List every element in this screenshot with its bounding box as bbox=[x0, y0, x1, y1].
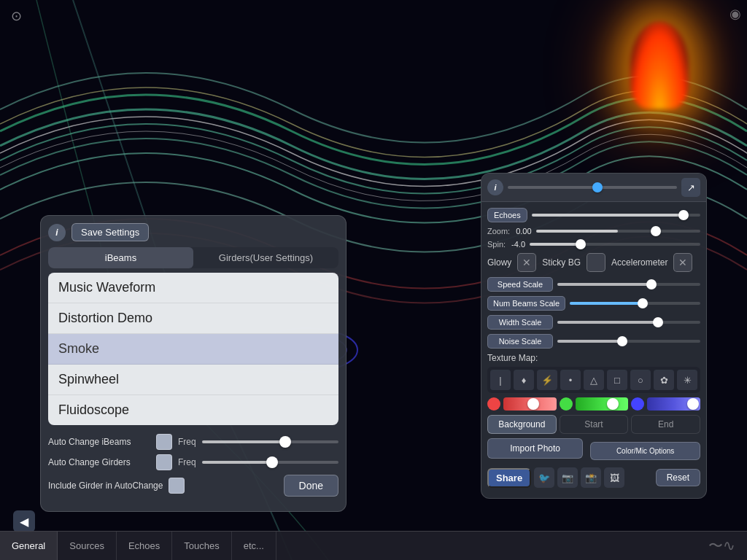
auto-change-girders-label: Auto Change Girders bbox=[48, 457, 150, 467]
color-dot-red bbox=[487, 397, 500, 411]
background-button[interactable]: Background bbox=[487, 415, 557, 434]
tex-icon-diamond[interactable]: ♦ bbox=[514, 370, 534, 390]
freq-label-ibeams: Freq bbox=[178, 437, 196, 447]
include-girder-row: Include Girder in AutoChange Done bbox=[48, 475, 338, 497]
bottom-controls: Auto Change iBeams Freq Auto Change Gird… bbox=[48, 431, 338, 504]
zoom-label: Zoom: bbox=[487, 227, 510, 236]
speed-scale-slider[interactable] bbox=[557, 283, 700, 286]
tex-icon-flower[interactable]: ✿ bbox=[654, 370, 674, 390]
num-beams-scale-slider[interactable] bbox=[570, 302, 700, 305]
zoom-row: Zoom: 0.00 bbox=[487, 227, 700, 236]
speed-scale-button[interactable]: Speed Scale bbox=[487, 277, 553, 292]
share-button[interactable]: Share bbox=[487, 468, 531, 488]
bottom-tab-bar: General Sources Echoes Touches etc... 〜∿ bbox=[0, 531, 747, 560]
texture-map-label: Texture Map: bbox=[487, 353, 700, 363]
noise-scale-button[interactable]: Noise Scale bbox=[487, 334, 553, 349]
tab-echoes[interactable]: Echoes bbox=[117, 532, 172, 560]
toggles-row: Glowy ✕ Sticky BG Accelerometer ✕ bbox=[487, 253, 700, 272]
reset-button[interactable]: Reset bbox=[656, 469, 700, 486]
spin-value: -4.0 bbox=[511, 240, 525, 249]
tex-icon-bar[interactable]: | bbox=[490, 370, 511, 390]
list-item-music-waveform[interactable]: Music Waveform bbox=[48, 273, 338, 303]
gallery-icon[interactable]: 🖼 bbox=[604, 467, 624, 488]
num-beams-scale-button[interactable]: Num Beams Scale bbox=[487, 296, 565, 311]
num-beams-scale-row: Num Beams Scale bbox=[487, 296, 700, 311]
speed-scale-row: Speed Scale bbox=[487, 277, 700, 292]
list-item-spinwheel[interactable]: Spinwheel bbox=[48, 365, 338, 395]
list-item-smoke[interactable]: Smoke bbox=[48, 334, 338, 365]
tab-ibeams[interactable]: iBeams bbox=[48, 247, 193, 268]
color-dot-blue bbox=[631, 397, 644, 411]
color-dot-green bbox=[560, 397, 573, 411]
spin-slider[interactable] bbox=[530, 243, 700, 246]
right-panel-body: Echoes Zoom: 0.00 Spin: -4.0 bbox=[481, 202, 706, 498]
right-panel-info-btn[interactable]: i bbox=[487, 179, 503, 195]
save-settings-button[interactable]: Save Settings bbox=[71, 223, 149, 241]
tex-icon-triangle[interactable]: △ bbox=[584, 370, 604, 390]
bg-start-end-row: Background Start End bbox=[487, 415, 700, 434]
glowy-toggle[interactable]: ✕ bbox=[517, 253, 536, 272]
top-left-icon: ⊙ bbox=[6, 6, 26, 26]
left-panel-header: i Save Settings bbox=[48, 223, 338, 241]
list-item-fluidoscope[interactable]: Fluidoscope bbox=[48, 395, 338, 425]
include-girder-label: Include Girder in AutoChange bbox=[48, 481, 163, 491]
echoes-button[interactable]: Echoes bbox=[487, 208, 527, 222]
flame-effect bbox=[630, 22, 689, 109]
camera-icon[interactable]: 📸 bbox=[581, 467, 601, 488]
color-bar-red[interactable] bbox=[503, 397, 557, 411]
auto-change-girders-row: Auto Change Girders Freq bbox=[48, 454, 338, 470]
tab-girders[interactable]: Girders(User Settings) bbox=[193, 247, 338, 268]
tab-touches[interactable]: Touches bbox=[172, 532, 231, 560]
tex-icon-star[interactable]: ✳ bbox=[677, 370, 697, 390]
color-bar-blue[interactable] bbox=[647, 397, 700, 411]
tex-icon-circle[interactable]: ○ bbox=[630, 370, 651, 390]
end-button[interactable]: End bbox=[631, 415, 700, 434]
auto-change-ibeams-label: Auto Change iBeams bbox=[48, 437, 150, 447]
echoes-row: Echoes bbox=[487, 208, 700, 222]
freq-label-girders: Freq bbox=[178, 457, 196, 467]
twitter-icon[interactable]: 🐦 bbox=[534, 467, 554, 488]
glowy-label: Glowy bbox=[487, 257, 511, 268]
zoom-value: 0.00 bbox=[516, 227, 531, 236]
width-scale-button[interactable]: Width Scale bbox=[487, 315, 553, 330]
preset-list: Music Waveform Distortion Demo Smoke Spi… bbox=[48, 273, 338, 425]
header-slider[interactable] bbox=[508, 186, 677, 189]
waveform-icon: 〜∿ bbox=[708, 536, 747, 556]
color-bar-green[interactable] bbox=[576, 397, 629, 411]
ibeams-freq-slider[interactable] bbox=[202, 440, 338, 443]
left-panel-tab-bar: iBeams Girders(User Settings) bbox=[48, 247, 338, 268]
expand-button[interactable]: ↗ bbox=[681, 178, 700, 197]
tab-sources[interactable]: Sources bbox=[58, 532, 117, 560]
sticky-bg-toggle[interactable] bbox=[587, 253, 605, 272]
zoom-slider[interactable] bbox=[536, 230, 700, 233]
width-scale-row: Width Scale bbox=[487, 315, 700, 330]
tex-icon-square[interactable]: □ bbox=[607, 370, 627, 390]
include-girder-checkbox[interactable] bbox=[169, 478, 185, 494]
noise-scale-row: Noise Scale bbox=[487, 334, 700, 349]
auto-change-ibeams-row: Auto Change iBeams Freq bbox=[48, 434, 338, 450]
top-right-icon: ◉ bbox=[729, 6, 741, 22]
left-arrow-button[interactable]: ◀ bbox=[13, 510, 35, 532]
list-item-distortion-demo[interactable]: Distortion Demo bbox=[48, 303, 338, 334]
accelerometer-toggle[interactable]: ✕ bbox=[673, 253, 692, 272]
echoes-slider[interactable] bbox=[532, 214, 700, 217]
tex-icon-dot[interactable]: • bbox=[560, 370, 581, 390]
done-button[interactable]: Done bbox=[284, 475, 338, 497]
start-button[interactable]: Start bbox=[560, 415, 629, 434]
right-panel: i ↗ Echoes Zoom: 0.00 Spin: -4. bbox=[481, 173, 707, 499]
share-row: Share 🐦 📷 📸 🖼 Reset bbox=[487, 467, 700, 488]
tab-general[interactable]: General bbox=[0, 532, 58, 560]
auto-change-girders-checkbox[interactable] bbox=[156, 454, 172, 470]
width-scale-slider[interactable] bbox=[557, 321, 700, 324]
left-panel-info-btn[interactable]: i bbox=[48, 224, 66, 241]
auto-change-ibeams-checkbox[interactable] bbox=[156, 434, 172, 450]
spin-row: Spin: -4.0 bbox=[487, 240, 700, 249]
flickr-icon[interactable]: 📷 bbox=[557, 467, 578, 488]
girders-freq-slider[interactable] bbox=[202, 461, 338, 464]
right-panel-header: i ↗ bbox=[481, 174, 706, 202]
tab-etc[interactable]: etc... bbox=[232, 532, 276, 560]
color-mic-options-button[interactable]: Color/Mic Options bbox=[590, 442, 700, 460]
noise-scale-slider[interactable] bbox=[557, 340, 700, 343]
import-photo-button[interactable]: Import Photo bbox=[487, 438, 583, 459]
tex-icon-lightning[interactable]: ⚡ bbox=[537, 370, 557, 390]
